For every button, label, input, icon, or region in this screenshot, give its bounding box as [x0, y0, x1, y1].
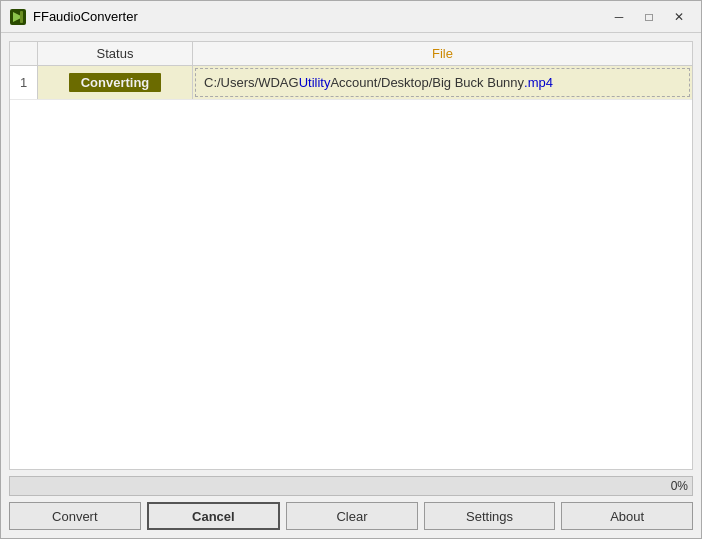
content-area: Status File 1 Converting C:/Users/WDAGUt… [1, 33, 701, 538]
progress-label: 0% [671, 479, 688, 493]
close-button[interactable]: ✕ [665, 6, 693, 28]
table-row[interactable]: 1 Converting C:/Users/WDAGUtilityAccount… [10, 66, 692, 100]
settings-button[interactable]: Settings [424, 502, 556, 530]
title-bar: FFaudioConverter ─ □ ✕ [1, 1, 701, 33]
row-number: 1 [10, 66, 38, 99]
window-title: FFaudioConverter [33, 9, 605, 24]
progress-bar-container: 0% [9, 476, 693, 496]
cancel-button[interactable]: Cancel [147, 502, 281, 530]
table-header: Status File [10, 42, 692, 66]
file-path-middle: Account/Desktop/Big Buck Bunny [330, 75, 524, 90]
col-status-header: Status [38, 42, 193, 65]
svg-rect-2 [20, 11, 23, 23]
convert-button[interactable]: Convert [9, 502, 141, 530]
file-path-highlight1: Utility [299, 75, 331, 90]
file-path-ext: .mp4 [524, 75, 553, 90]
row-status-cell: Converting [38, 66, 193, 99]
app-icon [9, 8, 27, 26]
about-button[interactable]: About [561, 502, 693, 530]
row-file-cell: C:/Users/WDAGUtilityAccount/Desktop/Big … [195, 68, 690, 97]
file-path-prefix: C:/Users/WDAG [204, 75, 299, 90]
maximize-button[interactable]: □ [635, 6, 663, 28]
col-file-header: File [193, 42, 692, 65]
status-badge: Converting [69, 73, 162, 92]
file-table: Status File 1 Converting C:/Users/WDAGUt… [9, 41, 693, 470]
button-bar: Convert Cancel Clear Settings About [9, 502, 693, 530]
window-controls: ─ □ ✕ [605, 6, 693, 28]
clear-button[interactable]: Clear [286, 502, 418, 530]
main-window: FFaudioConverter ─ □ ✕ Status File 1 Con… [0, 0, 702, 539]
minimize-button[interactable]: ─ [605, 6, 633, 28]
col-num-header [10, 42, 38, 65]
